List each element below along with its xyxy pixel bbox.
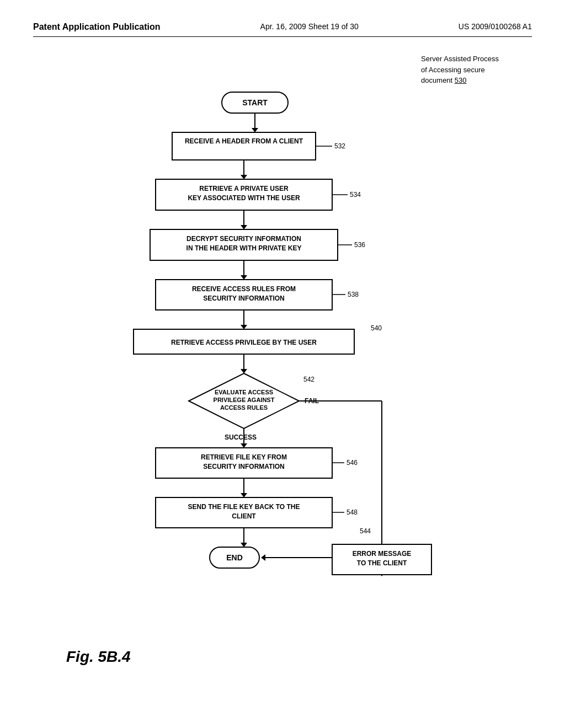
svg-marker-59 — [241, 543, 247, 547]
svg-text:EVALUATE ACCESS: EVALUATE ACCESS — [215, 389, 273, 395]
svg-text:538: 538 — [348, 291, 359, 298]
svg-text:END: END — [226, 553, 243, 562]
page: Patent Application Publication Apr. 16, … — [0, 0, 565, 728]
svg-rect-4 — [172, 132, 316, 160]
svg-text:SEND THE FILE KEY BACK TO THE: SEND THE FILE KEY BACK TO THE — [188, 503, 300, 511]
svg-marker-30 — [241, 325, 247, 329]
title-line2: of Accessing secure — [421, 65, 499, 76]
svg-marker-51 — [241, 493, 247, 497]
svg-text:ERROR MESSAGE: ERROR MESSAGE — [353, 550, 412, 558]
svg-text:DECRYPT SECURITY INFORMATION: DECRYPT SECURITY INFORMATION — [186, 235, 301, 243]
svg-text:START: START — [242, 98, 268, 107]
svg-text:KEY ASSOCIATED WITH THE USER: KEY ASSOCIATED WITH THE USER — [188, 194, 300, 202]
svg-text:540: 540 — [371, 324, 382, 332]
svg-text:536: 536 — [354, 241, 365, 249]
svg-text:542: 542 — [303, 376, 315, 383]
svg-text:SUCCESS: SUCCESS — [225, 433, 257, 441]
publication-label: Patent Application Publication — [33, 22, 161, 32]
svg-text:RETRIEVE FILE KEY FROM: RETRIEVE FILE KEY FROM — [201, 453, 287, 461]
fig-label: Fig. 5B.4 — [66, 648, 131, 666]
svg-text:RECEIVE ACCESS RULES FROM: RECEIVE ACCESS RULES FROM — [192, 285, 296, 293]
svg-text:SECURITY INFORMATION: SECURITY INFORMATION — [203, 463, 285, 470]
svg-marker-16 — [241, 225, 247, 229]
svg-text:546: 546 — [347, 459, 358, 467]
svg-text:532: 532 — [334, 142, 345, 150]
svg-text:RECEIVE A HEADER FROM A CLIENT: RECEIVE A HEADER FROM A CLIENT — [185, 137, 303, 145]
diagram-area: Server Assisted Process of Accessing sec… — [33, 48, 532, 682]
patent-number-label: US 2009/0100268 A1 — [459, 22, 532, 31]
svg-text:PRIVILEGE AGAINST: PRIVILEGE AGAINST — [214, 397, 275, 403]
svg-marker-35 — [241, 369, 247, 373]
svg-text:544: 544 — [360, 527, 371, 535]
svg-marker-23 — [241, 275, 247, 280]
svg-marker-3 — [252, 128, 258, 132]
svg-text:SECURITY INFORMATION: SECURITY INFORMATION — [203, 295, 285, 302]
flowchart-svg: START RECEIVE A HEADER FROM A CLIENT 532… — [89, 81, 476, 666]
date-sheet-label: Apr. 16, 2009 Sheet 19 of 30 — [260, 22, 359, 31]
svg-marker-69 — [261, 554, 265, 561]
header-bar: Patent Application Publication Apr. 16, … — [33, 22, 532, 37]
svg-text:IN THE HEADER WITH PRIVATE KEY: IN THE HEADER WITH PRIVATE KEY — [186, 244, 302, 252]
svg-text:TO THE CLIENT: TO THE CLIENT — [357, 559, 407, 567]
svg-text:534: 534 — [350, 191, 361, 199]
svg-text:RETRIEVE A PRIVATE USER: RETRIEVE A PRIVATE USER — [199, 185, 289, 192]
svg-marker-44 — [241, 443, 247, 448]
svg-text:RETRIEVE ACCESS PRIVILEGE BY T: RETRIEVE ACCESS PRIVILEGE BY THE USER — [171, 339, 317, 346]
svg-text:ACCESS RULES: ACCESS RULES — [220, 404, 268, 411]
svg-marker-9 — [241, 175, 247, 179]
svg-text:CLIENT: CLIENT — [232, 512, 256, 520]
svg-text:548: 548 — [347, 508, 358, 516]
title-line1: Server Assisted Process — [421, 53, 499, 65]
